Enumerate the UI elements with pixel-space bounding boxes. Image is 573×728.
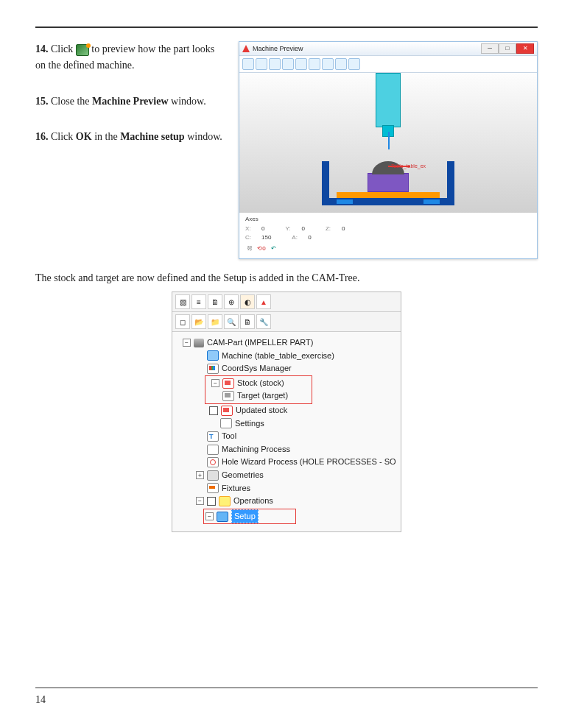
- z-value[interactable]: 0: [342, 225, 345, 232]
- step-15-num: 15.: [35, 96, 49, 107]
- process-icon: [207, 445, 219, 455]
- fixtures-icon: [207, 483, 219, 493]
- tree-tool[interactable]: Tool: [177, 430, 398, 443]
- steps-column: 14. Click to preview how the part looks …: [35, 41, 227, 259]
- geom-label: Geometries: [222, 469, 264, 482]
- step-14: 14. Click to preview how the part looks …: [35, 41, 227, 74]
- window-title: Machine Preview: [253, 45, 303, 52]
- tree-machining-process[interactable]: Machining Process: [177, 443, 398, 456]
- checkbox-icon[interactable]: [209, 406, 218, 415]
- step-16-text-b: in the: [94, 131, 118, 142]
- link-icon[interactable]: ⛓: [245, 244, 254, 252]
- tree-machine[interactable]: Machine (table_table_exercise): [177, 350, 398, 363]
- z-label: Z:: [326, 225, 334, 232]
- step-16-bold1: OK: [76, 131, 92, 142]
- cam-tree[interactable]: − CAM-Part (IMPELLER PART) Machine (tabl…: [172, 332, 401, 531]
- tree-target[interactable]: Target (target): [207, 389, 310, 403]
- step-16: 16. Click OK in the Machine setup window…: [35, 129, 227, 145]
- tree-hole-wizard[interactable]: Hole Wizard Process (HOLE PROCESSES - SO: [177, 456, 398, 469]
- toolbar-icon[interactable]: [282, 58, 294, 70]
- undo-icon[interactable]: ↶: [269, 244, 278, 252]
- checkbox-icon[interactable]: [207, 497, 216, 506]
- highlight-box-setup: − Setup: [203, 509, 296, 525]
- axis-y-icon: [388, 132, 390, 149]
- wrench-icon[interactable]: 🔧: [256, 314, 271, 329]
- machine-icon: [207, 350, 219, 361]
- setup-label: Setup: [231, 509, 259, 524]
- step-15: 15. Close the Machine Preview window.: [35, 93, 227, 110]
- tree-root[interactable]: − CAM-Part (IMPELLER PART): [177, 336, 398, 350]
- cube-icon[interactable]: ▧: [175, 294, 190, 309]
- minimize-button[interactable]: ─: [481, 43, 499, 54]
- tree-settings[interactable]: Settings: [177, 417, 398, 431]
- target-icon: [222, 391, 234, 401]
- toolbar-icon[interactable]: [295, 58, 307, 70]
- c-label: C:: [245, 234, 254, 241]
- tree-stock[interactable]: − Stock (stock): [207, 377, 310, 390]
- machine-preview-window: Machine Preview ─ □ ✕: [239, 41, 538, 259]
- open2-icon[interactable]: 📁: [208, 314, 222, 329]
- x-value[interactable]: 0: [261, 225, 264, 232]
- part-icon: [194, 339, 204, 347]
- doc-icon[interactable]: 🗎: [208, 294, 222, 309]
- tree-coordsys[interactable]: CoordSys Manager: [177, 362, 398, 375]
- cam-tree-panel: ▧ ≡ 🗎 ⊕ ◐ ▲ ◻ 📂 📁 🔍 🗎 🔧 − CAM-Part (IMPE…: [172, 291, 401, 532]
- x-label: X:: [245, 225, 254, 232]
- collapse-icon[interactable]: −: [196, 497, 204, 505]
- axes-panel: Axes X:0 Y:0 Z:0 C:150 A:0 ⛓ ⟲0 ↶: [239, 213, 537, 258]
- bottom-rule: [35, 688, 538, 688]
- tree-geometries[interactable]: + Geometries: [177, 469, 398, 482]
- settings-icon: [220, 418, 232, 428]
- close-button[interactable]: ✕: [516, 43, 534, 54]
- tree-fixtures[interactable]: Fixtures: [177, 482, 398, 495]
- y-value[interactable]: 0: [301, 225, 304, 232]
- tool-icon: [207, 431, 219, 442]
- step-15-text-a: Close the: [51, 96, 90, 107]
- list-icon[interactable]: ≡: [191, 294, 206, 309]
- viewport-3d[interactable]: Table_table_ex: [239, 73, 537, 213]
- tree-operations[interactable]: − Operations: [177, 495, 398, 508]
- proc-label: Machining Process: [222, 443, 290, 456]
- expand-icon[interactable]: +: [196, 471, 204, 479]
- machine-label: Machine (table_table_exercise): [222, 350, 334, 363]
- ops-label: Operations: [233, 495, 273, 508]
- page-icon[interactable]: 🗎: [240, 314, 255, 329]
- geom-icon: [207, 470, 219, 481]
- home-icon[interactable]: ⟲0: [257, 244, 266, 252]
- fixture-graphic: Table_table_ex: [314, 154, 462, 205]
- toolbar-icon[interactable]: [322, 58, 334, 70]
- maximize-button[interactable]: □: [499, 43, 516, 54]
- target-icon[interactable]: ⊕: [224, 294, 239, 309]
- updated-label: Updated stock: [236, 404, 287, 417]
- search-icon[interactable]: 🔍: [224, 314, 239, 329]
- step-14-num: 14.: [35, 43, 49, 54]
- coord-label: CoordSys Manager: [222, 362, 292, 375]
- toolbar-icon[interactable]: [269, 58, 281, 70]
- collapse-icon[interactable]: −: [205, 512, 214, 520]
- palette-icon[interactable]: ◐: [240, 294, 255, 309]
- tool-label: Tool: [222, 430, 236, 443]
- toolbar-icon[interactable]: [348, 58, 360, 70]
- titlebar: Machine Preview ─ □ ✕: [239, 42, 537, 56]
- tree-updated-stock[interactable]: Updated stock: [177, 404, 398, 417]
- open-icon[interactable]: 📂: [191, 314, 206, 329]
- axes-title: Axes: [245, 216, 531, 222]
- toolbar-icon[interactable]: [256, 58, 267, 70]
- collapse-icon[interactable]: −: [211, 379, 219, 387]
- toolbar-icon[interactable]: [309, 58, 320, 70]
- new-icon[interactable]: ◻: [175, 314, 190, 329]
- toolbar-icon[interactable]: [242, 58, 254, 70]
- c-value[interactable]: 150: [261, 234, 271, 241]
- spindle-graphic: [376, 73, 401, 127]
- toolbar-icon[interactable]: [335, 58, 347, 70]
- flame-icon[interactable]: ▲: [256, 294, 271, 309]
- step-16-text-a: Click: [51, 131, 73, 142]
- tree-setup[interactable]: − Setup: [205, 509, 294, 524]
- fix-label: Fixtures: [222, 482, 250, 495]
- a-label: A:: [292, 234, 300, 241]
- operations-icon: [219, 496, 231, 506]
- highlight-box-stock-target: − Stock (stock) Target (target): [205, 375, 312, 404]
- tree-toolbar-1: ▧ ≡ 🗎 ⊕ ◐ ▲: [172, 292, 401, 312]
- a-value[interactable]: 0: [308, 234, 311, 241]
- collapse-icon[interactable]: −: [183, 339, 191, 347]
